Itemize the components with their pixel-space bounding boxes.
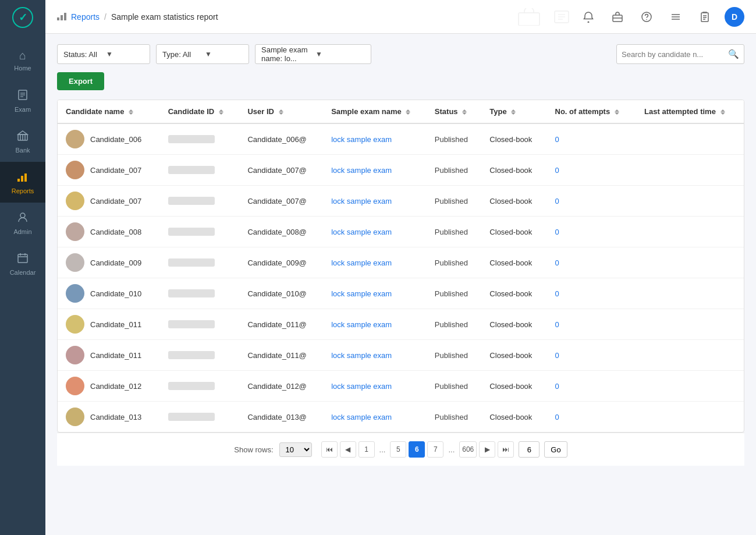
cell-user-id-9: Candidate_013@: [239, 402, 323, 433]
page-prev-btn[interactable]: ◀: [340, 441, 356, 458]
sample-exam-link-2[interactable]: lock sample exam: [331, 197, 392, 206]
cell-last-attempted-2: [636, 186, 744, 217]
status-filter-label: Status: All: [63, 50, 101, 59]
svg-rect-17: [57, 17, 59, 20]
cell-type-1: Closed-book: [481, 155, 546, 186]
status-filter-chevron: ▼: [106, 50, 144, 58]
breadcrumb-reports-link[interactable]: Reports: [71, 12, 100, 22]
page-1-btn[interactable]: 1: [359, 441, 375, 458]
pagination-bar: Show rows: 10 25 50 100 ⏮ ◀ 1 ... 5 6 7 …: [57, 433, 744, 466]
cell-candidate-name-1: Candidate_007: [58, 155, 160, 186]
goto-button[interactable]: Go: [544, 441, 567, 458]
sample-exam-filter-label: Sample exam name: lo...: [261, 45, 311, 63]
cell-candidate-name-4: Candidate_009: [58, 247, 160, 278]
user-avatar[interactable]: D: [725, 7, 744, 27]
topbar-watermark: [517, 8, 573, 26]
sample-exam-link-6[interactable]: lock sample exam: [331, 320, 392, 329]
sample-exam-link-7[interactable]: lock sample exam: [331, 351, 392, 360]
col-type[interactable]: Type: [481, 100, 546, 123]
table-header-row: Candidate name Candidate ID User ID: [58, 100, 744, 123]
home-icon: ⌂: [19, 49, 26, 62]
sample-exam-link-9[interactable]: lock sample exam: [331, 413, 392, 421]
cell-status-5: Published: [427, 278, 482, 309]
content-area: Status: All ▼ Type: All ▼ Sample exam na…: [45, 34, 756, 535]
svg-point-25: [588, 21, 590, 23]
sample-exam-link-4[interactable]: lock sample exam: [331, 258, 392, 267]
cell-status-1: Published: [427, 155, 482, 186]
sample-exam-link-3[interactable]: lock sample exam: [331, 228, 392, 236]
sort-status: [462, 109, 467, 115]
sort-type: [511, 109, 516, 115]
col-candidate-name[interactable]: Candidate name: [58, 100, 160, 123]
briefcase-icon[interactable]: [608, 8, 627, 26]
sample-exam-link-8[interactable]: lock sample exam: [331, 382, 392, 391]
cell-candidate-name-9: Candidate_013: [58, 402, 160, 433]
col-candidate-id[interactable]: Candidate ID: [160, 100, 240, 123]
export-button[interactable]: Export: [57, 72, 104, 90]
page-6-btn[interactable]: 6: [409, 441, 425, 458]
col-attempts[interactable]: No. of attempts: [547, 100, 637, 123]
cell-attempts-5: 0: [547, 278, 637, 309]
sidebar-item-calendar[interactable]: Calendar: [0, 243, 45, 284]
sidebar-item-admin[interactable]: Admin: [0, 203, 45, 243]
breadcrumb-separator: /: [104, 12, 107, 22]
page-first-btn[interactable]: ⏮: [321, 441, 338, 458]
status-filter[interactable]: Status: All ▼: [57, 44, 150, 64]
cell-sample-exam-3: lock sample exam: [323, 217, 427, 247]
candidate-id-blur-2: [168, 197, 215, 205]
page-end-btn[interactable]: ⏭: [498, 441, 514, 458]
sidebar-item-bank[interactable]: Bank: [0, 121, 45, 162]
exam-icon: [17, 89, 29, 104]
sidebar-item-exam[interactable]: Exam: [0, 80, 45, 121]
help-icon[interactable]: [637, 8, 656, 26]
cell-sample-exam-2: lock sample exam: [323, 186, 427, 217]
table-row: Candidate_011 Candidate_011@ lock sample…: [58, 309, 744, 340]
sidebar-item-home[interactable]: ⌂ Home: [0, 40, 45, 80]
table-row: Candidate_008 Candidate_008@ lock sample…: [58, 217, 744, 247]
sidebar: ✓ ⌂ Home Exam Bank Reports: [0, 0, 45, 535]
cell-sample-exam-8: lock sample exam: [323, 371, 427, 402]
goto-page-input[interactable]: [519, 441, 540, 458]
svg-rect-20: [519, 13, 540, 26]
cell-status-7: Published: [427, 340, 482, 371]
cell-attempts-3: 0: [547, 217, 637, 247]
col-sample-exam-name[interactable]: Sample exam name: [323, 100, 427, 123]
candidate-name-text-7: Candidate_011: [90, 351, 141, 360]
col-user-id[interactable]: User ID: [239, 100, 323, 123]
page-ellipsis-2: ...: [446, 445, 457, 454]
filter-row: Status: All ▼ Type: All ▼ Sample exam na…: [57, 44, 744, 64]
sample-exam-filter-chevron: ▼: [315, 50, 365, 58]
candidate-avatar-5: [66, 284, 84, 303]
page-next-btn[interactable]: ▶: [479, 441, 495, 458]
col-last-attempted[interactable]: Last attempted time: [636, 100, 744, 123]
notification-icon[interactable]: [579, 8, 598, 26]
clipboard-icon[interactable]: [695, 8, 714, 26]
sample-exam-link-5[interactable]: lock sample exam: [331, 289, 392, 298]
page-5-btn[interactable]: 5: [390, 441, 406, 458]
cell-attempts-1: 0: [547, 155, 637, 186]
candidate-avatar-8: [66, 377, 84, 395]
cell-candidate-id-1: [160, 155, 240, 186]
candidate-id-blur-3: [168, 228, 215, 236]
col-status[interactable]: Status: [427, 100, 482, 123]
page-7-btn[interactable]: 7: [427, 441, 443, 458]
page-last-btn[interactable]: 606: [459, 441, 477, 458]
sample-exam-link-0[interactable]: lock sample exam: [331, 135, 392, 144]
table-row: Candidate_010 Candidate_010@ lock sample…: [58, 278, 744, 309]
list-icon[interactable]: [666, 8, 685, 26]
sample-exam-filter[interactable]: Sample exam name: lo... ▼: [255, 44, 371, 64]
cell-user-id-0: Candidate_006@: [239, 123, 323, 155]
cell-status-6: Published: [427, 309, 482, 340]
table-row: Candidate_011 Candidate_011@ lock sample…: [58, 340, 744, 371]
search-input[interactable]: [622, 50, 725, 59]
candidate-name-text-1: Candidate_007: [90, 166, 141, 175]
type-filter-chevron: ▼: [205, 50, 243, 58]
candidate-name-text-9: Candidate_013: [90, 413, 141, 421]
sidebar-item-reports[interactable]: Reports: [0, 162, 45, 203]
search-icon[interactable]: 🔍: [728, 49, 739, 59]
app-logo[interactable]: ✓: [0, 0, 45, 35]
type-filter[interactable]: Type: All ▼: [156, 44, 249, 64]
sample-exam-link-1[interactable]: lock sample exam: [331, 166, 392, 175]
rows-per-page-select[interactable]: 10 25 50 100: [279, 442, 312, 457]
sort-candidate-name: [129, 109, 133, 115]
